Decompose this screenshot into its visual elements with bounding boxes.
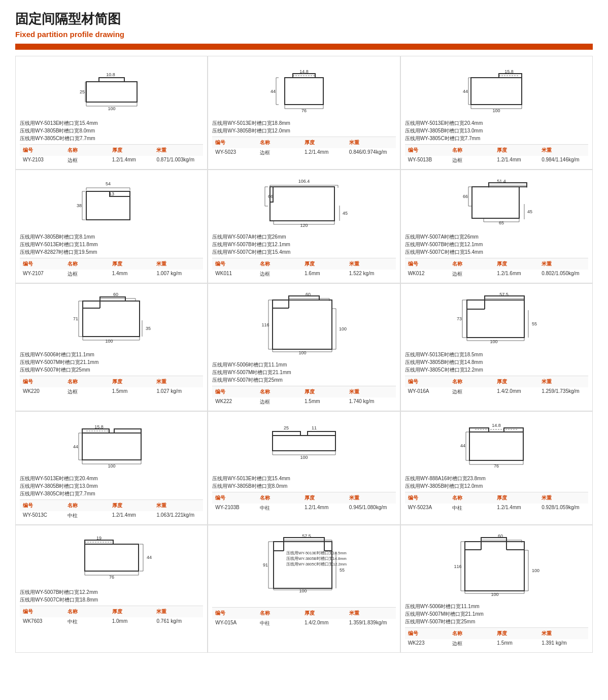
note-WY-5013C: 压线用WY-5013E时槽口宽20.4mm 压线用WY-3805B时槽口宽13.… (20, 475, 203, 497)
note-WY-2103: 压线用WY-5013E时槽口宽15.4mm 压线用WY-3805B时槽口宽8.0… (20, 119, 203, 142)
svg-text:44: 44 (73, 444, 78, 449)
note-WY-2107: 压线用WY-3805B时槽口宽8.1mm 压线用WY-5013E时槽口宽11.8… (20, 233, 203, 256)
svg-text:65: 65 (499, 220, 504, 225)
svg-text:10.8: 10.8 (106, 72, 115, 77)
svg-rect-43 (86, 191, 130, 220)
name-label: 名称 (67, 147, 111, 154)
svg-text:100: 100 (491, 592, 499, 597)
svg-text:55: 55 (340, 568, 345, 573)
profile-WY-5013B: 15.8 44 100 压线用WY (400, 56, 593, 170)
main-title-zh: 固定间隔型材简图 (15, 10, 593, 28)
note-WY-5013B: 压线用WY-5013E时槽口宽20.4mm 压线用WY-3805B时槽口宽13.… (405, 119, 588, 142)
svg-text:60: 60 (113, 292, 118, 297)
note-WK223: 压线用WY-5006时槽口宽11.1mm 压线用WY-5007M时槽口宽21.1… (405, 603, 588, 625)
svg-text:压线用WY-5013E时槽口宽18.5mm: 压线用WY-5013E时槽口宽18.5mm (286, 551, 347, 555)
thick-label: 厚度 (112, 147, 156, 154)
svg-text:71: 71 (73, 316, 78, 321)
code-label: 编号 (23, 147, 66, 154)
note-WK220: 压线用WY-5006时槽口宽11.1mm 压线用WY-5007M时槽口宽21.1… (20, 351, 203, 374)
svg-text:76: 76 (301, 108, 307, 113)
svg-rect-143 (82, 433, 141, 460)
note-WK011: 压线用WY-5007A时槽口宽26mm 压线用WY-5007B时槽口宽12.1m… (212, 233, 395, 256)
profile-WY-5023: 14.8 44 76 压线用WY- (208, 56, 400, 170)
note-WY-5023A: 压线用WY-888A16时槽口宽23.8mm 压线用WY-3805B时槽口宽12… (405, 475, 588, 490)
profile-WY-016A: 57.5 73 55 100 (400, 283, 593, 411)
svg-text:100: 100 (532, 568, 539, 573)
svg-rect-145 (114, 429, 141, 433)
weight-label: 米重 (156, 147, 200, 154)
svg-rect-149 (308, 431, 335, 436)
svg-rect-219 (465, 542, 524, 591)
svg-text:66: 66 (268, 194, 273, 199)
profile-WK222: 60 116 100 100 (208, 283, 400, 411)
profile-WY-5013C: 15.8 44 100 (15, 411, 208, 525)
svg-text:100: 100 (493, 108, 500, 113)
main-title-en: Fixed partition profile drawing (15, 30, 593, 39)
code-value: WY-2103 (23, 157, 66, 164)
svg-rect-75 (472, 187, 519, 218)
svg-text:45: 45 (343, 211, 348, 216)
note-WK012: 压线用WY-5007A时槽口宽26mm 压线用WY-5007B时槽口宽12.1m… (405, 233, 588, 256)
svg-text:66: 66 (463, 194, 468, 199)
page: 固定间隔型材简图 Fixed partition profile drawing… (0, 0, 608, 700)
svg-rect-6 (86, 82, 137, 102)
svg-text:25: 25 (284, 425, 289, 430)
svg-text:76: 76 (494, 463, 499, 469)
svg-text:100: 100 (339, 326, 347, 331)
svg-rect-150 (273, 436, 335, 451)
svg-text:44: 44 (463, 89, 468, 94)
svg-rect-111 (273, 300, 332, 349)
profile-WK7603: 19 44 76 (15, 525, 208, 653)
profile-WY-2103B: 25 11 100 压线用WY-5013E时槽口宽15.4mm (208, 411, 400, 525)
svg-text:100: 100 (300, 455, 308, 460)
svg-text:压线用WY-3805C时槽口宽12.2mm: 压线用WY-3805C时槽口宽12.2mm (286, 562, 347, 566)
code-WY-5023: WY-5023 (215, 149, 259, 156)
note-WY-2103B: 压线用WY-5013E时槽口宽15.4mm 压线用WY-3805B时槽口宽8.0… (212, 475, 395, 490)
svg-rect-165 (469, 432, 523, 460)
svg-text:44: 44 (271, 89, 276, 94)
svg-rect-20 (285, 78, 323, 105)
note-WY-5023: 压线用WY-5013E时槽口宽18.8mm 压线用WY-3805B时槽口宽12.… (212, 119, 395, 135)
profile-WY-015A: 57.5 91 55 100 (208, 525, 400, 653)
svg-rect-59 (270, 187, 334, 221)
svg-text:35: 35 (146, 326, 151, 331)
svg-text:100: 100 (299, 588, 307, 593)
profile-WK223: 60 116 100 100 (400, 525, 593, 653)
thick-value: 1.2/1.4mm (112, 157, 156, 164)
svg-rect-91 (83, 301, 140, 337)
svg-rect-166 (469, 428, 489, 432)
profile-WK012: 51.4 66 65 45 (400, 170, 593, 283)
svg-text:100: 100 (105, 339, 113, 344)
svg-text:44: 44 (147, 555, 152, 560)
note-WK7603: 压线用WY-5007B时槽口宽12.2mm 压线用WY-5007C时槽口宽18.… (20, 588, 203, 604)
svg-rect-94 (100, 297, 125, 301)
svg-text:100: 100 (108, 106, 115, 111)
svg-rect-7 (99, 78, 124, 82)
svg-rect-114 (289, 296, 319, 300)
svg-text:116: 116 (454, 564, 462, 569)
note-WY-016A: 压线用WY-5013E时槽口宽18.5mm 压线用WY-3805B时槽口宽14.… (405, 351, 588, 374)
svg-text:14.8: 14.8 (492, 423, 501, 428)
svg-text:38: 38 (77, 203, 82, 208)
svg-rect-167 (504, 428, 523, 432)
svg-text:100: 100 (108, 463, 115, 469)
svg-text:91: 91 (263, 562, 268, 568)
svg-rect-129 (467, 300, 524, 338)
svg-rect-76 (489, 183, 527, 187)
svg-text:120: 120 (300, 223, 308, 228)
svg-rect-148 (273, 431, 300, 436)
svg-rect-32 (471, 78, 522, 105)
svg-text:压线用WY-3805B时槽口宽14.8mm: 压线用WY-3805B时槽口宽14.8mm (286, 556, 347, 561)
svg-text:106.4: 106.4 (298, 179, 310, 184)
profile-WY-5023A: 14.8 44 76 (400, 411, 593, 525)
svg-text:44: 44 (460, 443, 465, 448)
svg-text:54: 54 (106, 181, 111, 186)
profile-WY-2107: 54 13 38 压线用WY-38 (15, 170, 208, 283)
profile-WK220: 60 71 35 100 (15, 283, 208, 411)
svg-text:116: 116 (261, 322, 269, 327)
svg-text:45: 45 (527, 209, 532, 214)
profile-WY-2103: 10.8 25 100 压线用WY-5013E时槽口宽1 (15, 56, 208, 170)
svg-text:55: 55 (532, 321, 537, 326)
profile-WK011: 106.4 66 120 45 (208, 170, 400, 283)
svg-rect-178 (85, 544, 139, 571)
